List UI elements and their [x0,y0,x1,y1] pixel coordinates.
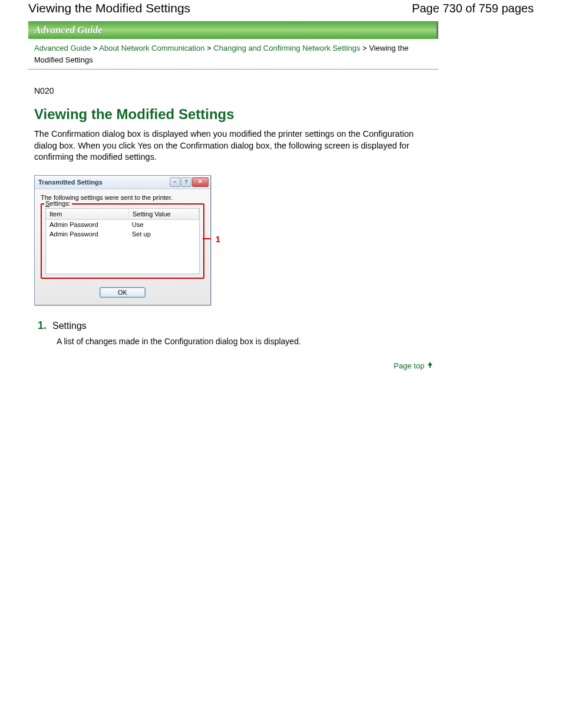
cell-value: Use [128,220,199,229]
help-icon[interactable]: ? [181,177,191,187]
transmitted-settings-dialog: Transmitted Settings – ? ✕ The following… [34,175,211,305]
arrow-up-icon [428,362,432,365]
section-title: Settings [52,321,87,331]
cell-value: Set up [128,229,199,239]
section-number: 1. [38,319,47,332]
breadcrumb-sep: > [207,44,211,52]
breadcrumb-link-advanced-guide[interactable]: Advanced Guide [34,44,91,52]
breadcrumb: Advanced Guide > About Network Communica… [28,39,438,70]
dialog-title: Transmitted Settings [38,179,103,186]
page-top-link[interactable]: Page top [394,361,432,370]
list-item[interactable]: Admin Password Set up [46,229,199,239]
callout-label: 1 [216,234,220,244]
close-icon[interactable]: ✕ [192,177,209,187]
breadcrumb-sep: > [362,44,367,52]
settings-listview[interactable]: Item Setting Value Admin Password Use Ad… [45,208,200,274]
settings-groupbox: Settings: Item Setting Value Admin Passw… [41,203,204,279]
groupbox-label: Settings: [44,200,72,207]
ok-button[interactable]: OK [100,287,146,298]
page-title-header: Viewing the Modified Settings [28,1,190,15]
banner: Advanced Guide [28,21,438,39]
minimize-icon[interactable]: – [170,177,180,187]
breadcrumb-sep: > [93,44,98,52]
cell-item: Admin Password [46,229,128,239]
cell-item: Admin Password [46,220,128,229]
list-item[interactable]: Admin Password Use [46,220,199,229]
doc-code: N020 [34,86,432,95]
breadcrumb-link-changing-settings[interactable]: Changing and Confirming Network Settings [213,44,360,52]
section-body: A list of changes made in the Configurat… [57,337,432,346]
column-value[interactable]: Setting Value [129,209,199,219]
page-title: Viewing the Modified Settings [34,106,432,123]
page-indicator: Page 730 of 759 pages [412,2,534,15]
breadcrumb-link-about-network[interactable]: About Network Communication [99,44,204,52]
callout-line [203,238,211,239]
column-item[interactable]: Item [46,209,129,219]
intro-text: The Confirmation dialog box is displayed… [34,129,432,163]
